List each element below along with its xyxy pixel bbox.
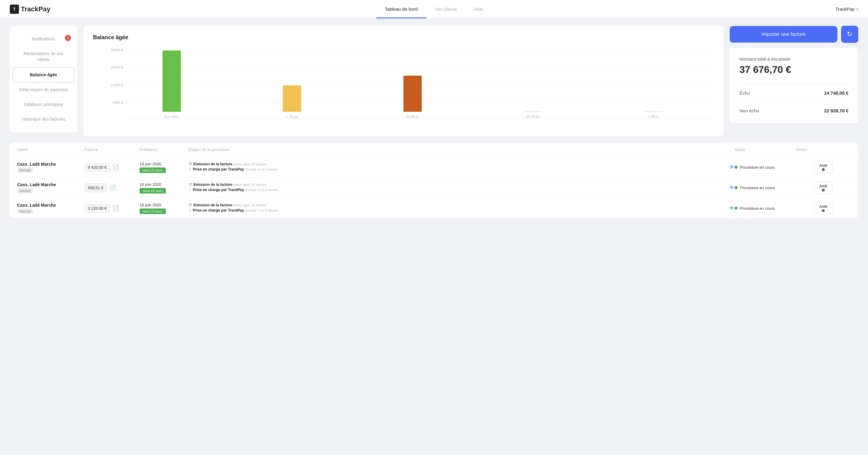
echu-value: 14 748,00 € [824, 90, 848, 95]
sidebar-item-balance-agee[interactable]: Balance âgée [12, 67, 75, 83]
echeance-badge-1: dans 22 jours [140, 168, 166, 173]
table-row: Cass. Ladé Marche Normal 9 420,00 € 📄 18… [10, 157, 858, 178]
nav-item-tableau-de-bord[interactable]: Tableau de bord [376, 0, 426, 19]
client-cell-3: Cass. Ladé Marche Normal [17, 203, 85, 214]
step-icon-1: ⏱ [189, 162, 192, 166]
sidebar-item-debiteurs[interactable]: Débiteurs principaux [10, 97, 77, 112]
bar-over90-rect [644, 111, 663, 112]
status-cell-3: Procédure en cours [735, 206, 796, 211]
invoice-cell-2: 958,51 € 📄 [85, 183, 140, 192]
invoice-amount-3: 3 120,00 € [85, 204, 110, 213]
non-echu-label: Non échu [740, 108, 759, 113]
import-invoice-button[interactable]: Importer une facture [730, 26, 837, 42]
echeance-date-2: 18 juin 2020 [140, 182, 189, 187]
navbar: T TrackPay Tableau de bord Vos clients A… [0, 0, 868, 19]
echeance-cell-1: 18 juin 2020 dans 22 jours [140, 162, 189, 173]
check-icon-2: ✓ [189, 188, 192, 192]
totals-divider [740, 84, 848, 84]
procedure-step1-2: ⏱ Emission de la facture prévu dans 20 h… [189, 182, 726, 187]
arret-button-3[interactable]: Arrêt [814, 203, 833, 214]
totals-row-non-echu: Non échu 22 928,70 € [740, 107, 848, 115]
totals-divider-2 [740, 102, 848, 102]
user-menu[interactable]: TrackPay ▾ [835, 6, 858, 12]
bar-90jrs-rect [524, 111, 542, 112]
table-row: Cass. Ladé Marche Normal 3 120,00 € 📄 18… [10, 198, 858, 218]
totals-panel: Montant total à encaisser 37 676,70 € Éc… [730, 48, 858, 123]
client-badge-1: Normal [17, 168, 33, 173]
bar-60jrs-rect [403, 75, 422, 112]
totals-row-echu: Échu 14 748,00 € [740, 89, 848, 97]
procedure-step2-2: ✓ Prise en charge par TrackPay envoyé il… [189, 188, 726, 192]
eye-icon-2[interactable]: 👁 [729, 185, 735, 191]
procedure-cell-1: ⏱ Emission de la facture prévu dans 20 h… [189, 162, 735, 172]
document-icon-2[interactable]: 📄 [109, 184, 116, 191]
client-cell-2: Cass. Ladé Marche Normal [17, 182, 85, 193]
bar-60jrs: 30-60 jrs [352, 75, 473, 119]
col-echeance: Échéance [140, 147, 189, 152]
main-content: Notifications 1 Réclamations de vos clie… [0, 19, 868, 226]
document-icon-3[interactable]: 📄 [112, 205, 119, 212]
sidebar: Notifications 1 Réclamations de vos clie… [10, 26, 77, 132]
col-client: Client [17, 147, 85, 152]
eye-icon-3[interactable]: 👁 [729, 205, 735, 212]
echeance-badge-3: dans 22 jours [140, 209, 166, 214]
invoice-amount-1: 9 420,00 € [85, 163, 110, 172]
non-echu-value: 22 928,70 € [824, 108, 848, 113]
table-row: Cass. Ladé Marche Normal 958,51 € 📄 18 j… [10, 178, 858, 198]
action-buttons: Importer une facture ↻ [730, 26, 858, 43]
bar-non-echu-rect [162, 51, 181, 112]
bars-container: Non échu < 30 jrs 30-60 jrs 60-90 jrs > … [112, 48, 714, 119]
action-cell-1: Arrêt [796, 161, 851, 173]
client-name-2: Cass. Ladé Marche [17, 182, 85, 187]
procedure-steps-1: ⏱ Emission de la facture prévu dans 20 h… [189, 162, 726, 172]
echeance-badge-2: dans 22 jours [140, 188, 166, 193]
client-cell-1: Cass. Ladé Marche Normal [17, 162, 85, 173]
procedure-step1-3: ⏱ Emission de la facture prévu dans 20 h… [189, 203, 726, 207]
nav-item-vos-clients[interactable]: Vos clients [426, 0, 466, 19]
bar-30jrs: < 30 jrs [232, 85, 352, 119]
stop-square-icon-2 [822, 189, 825, 191]
status-text-3: Procédure en cours [740, 206, 775, 211]
bar-non-echu: Non échu [112, 51, 232, 119]
sidebar-item-delai-moyen[interactable]: Délai moyen de paiement [10, 83, 77, 97]
echu-label: Échu [740, 90, 750, 95]
client-name-3: Cass. Ladé Marche [17, 203, 85, 208]
document-icon-1[interactable]: 📄 [112, 164, 119, 171]
action-cell-3: Arrêt [796, 203, 851, 214]
procedure-cell-2: ⏱ Emission de la facture prévu dans 20 h… [189, 182, 735, 193]
procedure-step1-1: ⏱ Emission de la facture prévu dans 20 h… [189, 162, 726, 166]
refresh-icon: ↻ [847, 30, 852, 38]
logo-text: TrackPay [21, 5, 51, 13]
echeance-date-1: 18 juin 2020 [140, 162, 189, 166]
user-label: TrackPay [835, 6, 855, 12]
action-cell-2: Arrêt [796, 182, 851, 193]
step-icon-3: ⏱ [189, 203, 192, 207]
sidebar-item-notifications[interactable]: Notifications 1 [10, 32, 77, 47]
procedure-step2-1: ✓ Prise en charge par TrackPay envoyé il… [189, 167, 726, 172]
stop-square-icon-3 [822, 209, 825, 212]
logo[interactable]: T TrackPay [10, 5, 51, 14]
sidebar-item-historique[interactable]: Historique des factures [10, 112, 77, 127]
arret-button-2[interactable]: Arrêt [814, 182, 833, 193]
chart-title: Balance âgée [93, 34, 714, 41]
check-icon-3: ✓ [189, 208, 192, 212]
sidebar-item-reclamations[interactable]: Réclamations de vos clients [10, 47, 77, 67]
invoice-cell-1: 9 420,00 € 📄 [85, 163, 140, 172]
step-icon-2: ⏱ [189, 182, 192, 187]
refresh-button[interactable]: ↻ [841, 26, 858, 43]
stop-square-icon-1 [822, 169, 825, 171]
status-dot-3 [735, 207, 738, 210]
procedure-step2-3: ✓ Prise en charge par TrackPay envoyé il… [189, 208, 726, 212]
right-panel: Importer une facture ↻ Montant total à e… [730, 26, 858, 136]
invoice-cell-3: 3 120,00 € 📄 [85, 204, 140, 213]
check-icon-1: ✓ [189, 167, 192, 172]
nav-item-aide[interactable]: Aide [466, 0, 492, 19]
status-text-1: Procédure en cours [740, 165, 775, 170]
arret-button-1[interactable]: Arrêt [814, 161, 833, 173]
status-cell-1: Procédure en cours [735, 165, 796, 170]
client-badge-3: Normal [17, 209, 33, 214]
invoice-amount-2: 958,51 € [85, 183, 107, 192]
eye-icon-1[interactable]: 👁 [729, 164, 735, 171]
client-name-1: Cass. Ladé Marche [17, 162, 85, 166]
col-facture: Facture [85, 147, 140, 152]
